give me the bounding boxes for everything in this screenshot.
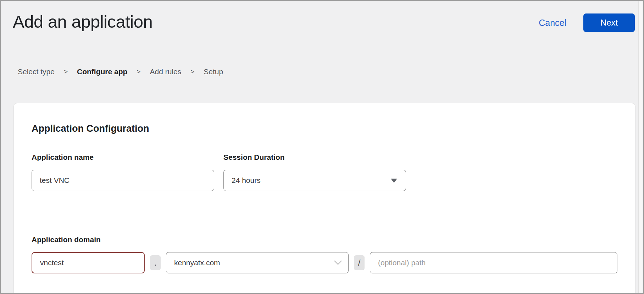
breadcrumb-step-add-rules[interactable]: Add rules <box>150 67 181 76</box>
breadcrumb: Select type > Configure app > Add rules … <box>18 67 643 76</box>
chevron-down-icon <box>334 258 342 267</box>
caret-down-icon <box>391 179 397 183</box>
breadcrumb-separator: > <box>64 68 68 76</box>
next-button[interactable]: Next <box>583 13 635 32</box>
breadcrumb-step-select-type[interactable]: Select type <box>18 67 55 76</box>
cancel-button[interactable]: Cancel <box>539 18 566 28</box>
card-heading: Application Configuration <box>32 123 617 134</box>
breadcrumb-step-setup[interactable]: Setup <box>204 67 223 76</box>
name-duration-row: Application name Session Duration 24 hou… <box>32 153 617 191</box>
slash-separator: / <box>354 255 365 270</box>
session-duration-value: 24 hours <box>232 176 261 185</box>
breadcrumb-separator: > <box>137 68 140 76</box>
session-duration-select[interactable]: 24 hours <box>223 170 406 191</box>
page-header: Add an application Cancel Next <box>1 1 643 32</box>
domain-select-value: kennyatx.com <box>174 258 220 267</box>
application-name-label: Application name <box>32 153 214 162</box>
application-domain-label: Application domain <box>32 235 617 244</box>
session-duration-label: Session Duration <box>223 153 406 162</box>
page-title: Add an application <box>13 11 152 32</box>
session-duration-field: Session Duration 24 hours <box>223 153 406 191</box>
breadcrumb-separator: > <box>190 68 194 76</box>
dot-separator: . <box>150 255 161 270</box>
application-configuration-card: Application Configuration Application na… <box>13 103 635 294</box>
header-actions: Cancel Next <box>539 13 635 32</box>
vertical-scrollbar[interactable] <box>638 1 643 294</box>
breadcrumb-step-configure-app[interactable]: Configure app <box>77 67 127 76</box>
application-domain-row: . kennyatx.com / <box>32 252 617 273</box>
application-domain-section: Application domain . kennyatx.com / <box>32 235 617 273</box>
application-name-input[interactable] <box>32 170 214 191</box>
path-input[interactable] <box>370 252 617 273</box>
application-name-field: Application name <box>32 153 214 191</box>
add-application-page: Add an application Cancel Next Select ty… <box>0 0 644 294</box>
subdomain-input[interactable] <box>32 252 145 273</box>
domain-select[interactable]: kennyatx.com <box>166 252 349 273</box>
